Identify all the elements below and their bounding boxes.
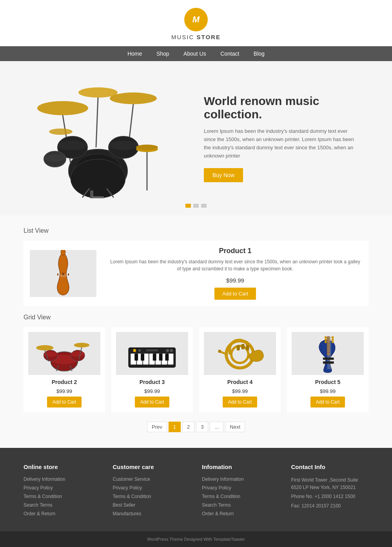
svg-point-77 bbox=[332, 338, 334, 341]
svg-rect-51 bbox=[141, 353, 144, 360]
svg-rect-66 bbox=[246, 345, 249, 350]
svg-rect-16 bbox=[92, 196, 104, 198]
svg-point-19 bbox=[136, 145, 158, 150]
product3-add-to-cart[interactable]: Add to Cart bbox=[135, 397, 170, 408]
footer-col4-title: Contact Info bbox=[291, 464, 369, 470]
hero-title: World renown music collection. bbox=[204, 94, 361, 121]
footer-grid: Online store Delivery Information Privac… bbox=[24, 464, 368, 520]
nav-blog[interactable]: Blog bbox=[254, 51, 265, 57]
footer-fax: Fax: 12014 20157 2100 bbox=[291, 502, 369, 510]
product3-card: Product 3 $99.99 Add to Cart bbox=[111, 327, 193, 412]
nav-about[interactable]: About Us bbox=[183, 51, 206, 57]
footer-terms-1[interactable]: Terms & Condition bbox=[24, 494, 101, 499]
footer-col1-title: Online store bbox=[24, 464, 101, 470]
footer-customer-service[interactable]: Customer Service bbox=[113, 476, 191, 482]
buy-now-button[interactable]: Buy Now bbox=[204, 168, 243, 182]
svg-point-13 bbox=[44, 154, 66, 161]
svg-point-74 bbox=[325, 338, 327, 341]
svg-point-78 bbox=[332, 341, 334, 343]
product2-name: Product 2 bbox=[28, 379, 100, 385]
svg-point-55 bbox=[133, 349, 136, 352]
svg-point-1 bbox=[110, 92, 157, 104]
footer-privacy-1[interactable]: Privacy Policy bbox=[24, 485, 101, 491]
footer-order-return-2[interactable]: Order & Return bbox=[202, 511, 279, 516]
svg-point-9 bbox=[58, 141, 87, 150]
svg-point-0 bbox=[37, 101, 88, 115]
product3-price: $99.99 bbox=[116, 388, 188, 394]
footer-delivery-info-1[interactable]: Delivery Information bbox=[24, 476, 101, 482]
svg-rect-64 bbox=[237, 345, 240, 350]
hero-section: World renown music collection. Lorem Ips… bbox=[0, 61, 392, 216]
svg-line-5 bbox=[96, 98, 98, 147]
footer-privacy-3[interactable]: Privacy Policy bbox=[202, 485, 279, 491]
dot-1[interactable] bbox=[185, 204, 191, 208]
footer-manufactures[interactable]: Manufactures bbox=[113, 511, 191, 516]
footer-delivery-info-2[interactable]: Delivery Information bbox=[202, 476, 279, 482]
product3-name: Product 3 bbox=[116, 379, 188, 385]
page-2-button[interactable]: 2 bbox=[182, 422, 194, 432]
site-header: M MUSIC STORE Home Shop About Us Contact… bbox=[0, 0, 392, 61]
product4-name: Product 4 bbox=[204, 379, 276, 385]
hero-description: Lorem Ipsum has been the industry's stan… bbox=[204, 127, 361, 160]
page-1-button[interactable]: 1 bbox=[169, 422, 181, 432]
product5-name: Product 5 bbox=[292, 379, 364, 385]
product2-add-to-cart[interactable]: Add to Cart bbox=[47, 397, 82, 408]
svg-point-35 bbox=[71, 351, 85, 357]
svg-rect-85 bbox=[327, 352, 330, 352]
svg-rect-80 bbox=[323, 361, 334, 364]
product4-card: Product 4 $99.99 Add to Cart bbox=[199, 327, 281, 412]
page-3-button[interactable]: 3 bbox=[196, 422, 208, 432]
product2-image bbox=[28, 332, 100, 375]
product4-price: $99.99 bbox=[204, 388, 276, 394]
list-view-title: List View bbox=[24, 227, 368, 234]
footer-customer-care: Customer care Customer Service Privacy P… bbox=[113, 464, 191, 520]
logo-text: MUSIC STORE bbox=[0, 34, 392, 40]
hero-dots bbox=[185, 204, 207, 208]
nav-shop[interactable]: Shop bbox=[156, 51, 169, 57]
svg-rect-54 bbox=[165, 353, 169, 360]
logo-letter: M bbox=[192, 14, 200, 25]
logo-icon: M bbox=[184, 8, 208, 31]
page-ellipsis: ... bbox=[210, 422, 223, 432]
footer-bottom-text: WordPress Theme Designed With TemplateTo… bbox=[147, 537, 245, 542]
svg-rect-29 bbox=[62, 273, 64, 275]
footer-search-terms-1[interactable]: Search Terms bbox=[24, 502, 101, 508]
dot-2[interactable] bbox=[193, 204, 199, 208]
nav-home[interactable]: Home bbox=[127, 51, 142, 57]
prev-page-button[interactable]: Prev bbox=[147, 422, 167, 432]
svg-point-22 bbox=[49, 129, 73, 135]
svg-rect-50 bbox=[134, 353, 138, 360]
guitar-illustration bbox=[295, 334, 360, 373]
footer-information: Infomation Delivery Information Privacy … bbox=[202, 464, 279, 520]
svg-rect-79 bbox=[323, 357, 334, 360]
svg-rect-52 bbox=[153, 353, 156, 360]
footer-privacy-2[interactable]: Privacy Policy bbox=[113, 485, 191, 491]
footer-search-terms-2[interactable]: Search Terms bbox=[202, 502, 279, 508]
footer-col2-title: Customer care bbox=[113, 464, 191, 470]
product4-image bbox=[204, 332, 276, 375]
product1-price: $99.99 bbox=[108, 277, 362, 284]
product1-name: Product 1 bbox=[108, 247, 362, 255]
product2-card: Product 2 $99.99 Add to Cart bbox=[24, 327, 105, 412]
svg-rect-57 bbox=[146, 349, 158, 351]
svg-point-59 bbox=[170, 349, 173, 352]
nav-contact[interactable]: Contact bbox=[220, 51, 239, 57]
next-page-button[interactable]: Next bbox=[225, 422, 245, 432]
footer-best-seller[interactable]: Best Seller bbox=[113, 502, 191, 508]
product4-add-to-cart[interactable]: Add to Cart bbox=[223, 397, 258, 408]
hero-content: World renown music collection. Lorem Ips… bbox=[188, 94, 361, 182]
footer-phone: Phone No. +1 2000 1412 1500 bbox=[291, 493, 369, 500]
product1-add-to-cart[interactable]: Add to Cart bbox=[214, 288, 256, 300]
keyboard-illustration bbox=[120, 334, 185, 373]
footer-order-return-1[interactable]: Order & Return bbox=[24, 511, 101, 516]
svg-point-56 bbox=[138, 349, 141, 351]
footer-terms-3[interactable]: Terms & Condition bbox=[202, 494, 279, 499]
grid-view: Product 2 $99.99 Add to Cart bbox=[24, 327, 368, 412]
dot-3[interactable] bbox=[201, 204, 207, 208]
svg-rect-84 bbox=[327, 350, 330, 350]
footer-contact-info: Contact Info First World Tower ,Second S… bbox=[291, 464, 369, 520]
horn-illustration bbox=[207, 334, 272, 373]
footer-terms-2[interactable]: Terms & Condition bbox=[113, 494, 191, 499]
product5-add-to-cart[interactable]: Add to Cart bbox=[310, 397, 345, 408]
pagination: Prev 1 2 3 ... Next bbox=[24, 422, 368, 432]
